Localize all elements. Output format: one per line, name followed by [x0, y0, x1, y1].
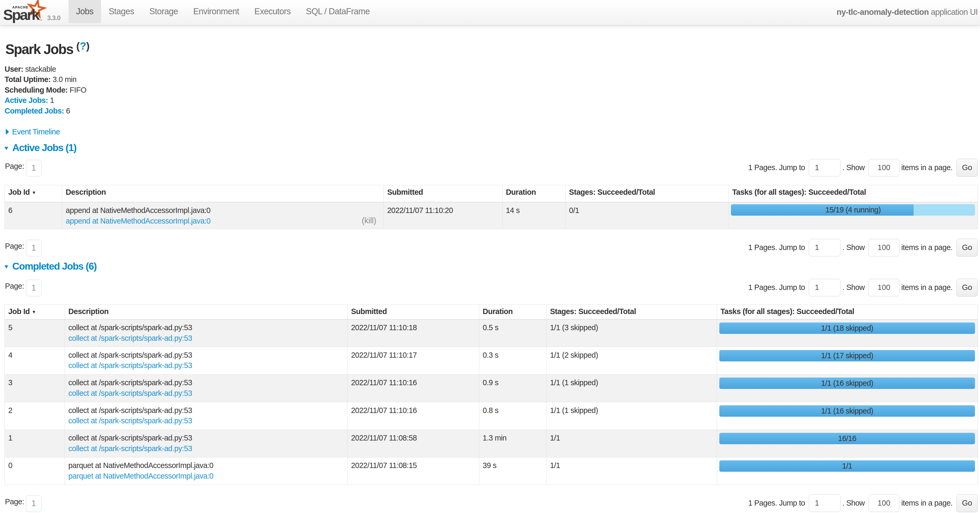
svg-text:Spark: Spark — [4, 6, 40, 23]
svg-text:™: ™ — [40, 19, 42, 22]
